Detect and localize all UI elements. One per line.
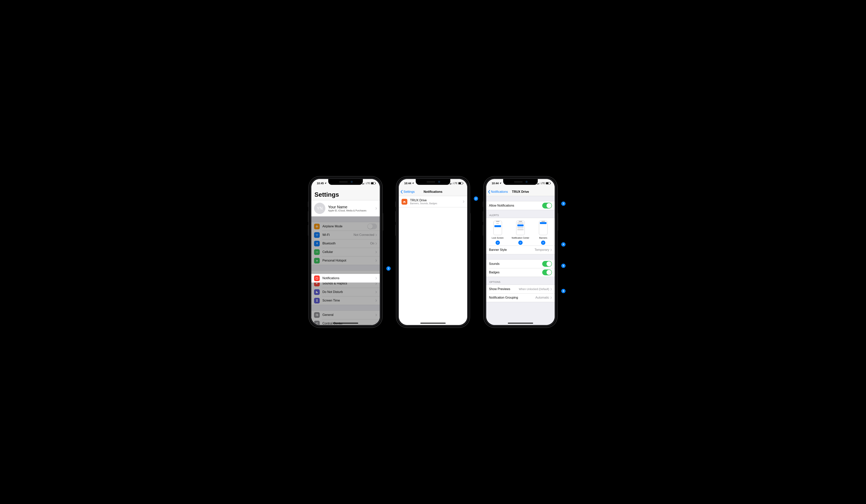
apple-id-cell[interactable]: YN Your Name Apple ID, iCloud, Media & P… [311, 200, 380, 217]
show-previews-cell[interactable]: Show Previews When Unlocked (Default) [486, 285, 555, 293]
sliders-icon [314, 321, 320, 325]
sounds-toggle[interactable] [542, 261, 552, 267]
gear-icon [314, 312, 320, 318]
annotation-5: 5 [561, 264, 566, 268]
svg-point-4 [317, 277, 318, 278]
notch [328, 179, 363, 185]
back-button[interactable]: Settings [400, 187, 415, 196]
control-center-cell[interactable]: Control Center [311, 319, 380, 325]
annotation-3: 3 [561, 202, 566, 206]
chevron-icon [376, 207, 377, 210]
chevron-icon [551, 288, 552, 290]
alert-style-row: 9:41 Lock Screen [486, 218, 555, 245]
power-button [382, 213, 383, 231]
badges-cell[interactable]: Badges [486, 268, 555, 277]
profile-name: Your Name [328, 205, 376, 209]
network-label: LTE [453, 182, 457, 185]
chevron-icon [376, 282, 377, 285]
screentime-cell[interactable]: Screen Time [311, 296, 380, 305]
chevron-icon [463, 201, 465, 203]
chevron-icon [376, 277, 377, 279]
chevron-icon [376, 314, 377, 316]
cellular-icon [314, 249, 320, 255]
network-label: LTE [366, 182, 370, 185]
alerts-header: Alerts [486, 210, 555, 218]
banners-option[interactable]: Banners [532, 221, 554, 245]
nav-title: Notifications [424, 190, 443, 194]
phone-notifications-list: 10:44 LTE Settings [396, 176, 470, 328]
airplane-icon [314, 224, 320, 229]
chevron-icon [376, 251, 377, 253]
chevron-icon [551, 249, 552, 251]
avatar: YN [314, 203, 325, 214]
banner-style-cell[interactable]: Banner Style Temporary [486, 245, 555, 254]
annotation-4: 4 [561, 242, 566, 247]
chevron-icon [376, 259, 377, 262]
tutorial-three-phones: 10:45 LTE Settings [309, 176, 557, 328]
navbar: Notifications TRUX Drive [486, 187, 555, 196]
airplane-toggle[interactable] [367, 224, 377, 229]
battery-icon [458, 182, 463, 184]
check-icon [496, 241, 500, 245]
lock-screen-option[interactable]: 9:41 Lock Screen [487, 221, 509, 245]
annotation-6: 6 [561, 289, 566, 293]
sounds-cell[interactable]: Sounds [486, 260, 555, 268]
status-time: 10:44 [404, 182, 411, 185]
location-icon [324, 182, 327, 184]
allow-toggle[interactable] [542, 203, 552, 208]
home-indicator[interactable] [508, 323, 533, 324]
battery-icon [371, 182, 376, 184]
notifications-icon [314, 275, 320, 281]
airplane-mode-cell[interactable]: Airplane Mode [311, 222, 380, 231]
location-icon [412, 182, 414, 184]
bluetooth-cell[interactable]: Bluetooth On [311, 239, 380, 248]
home-indicator[interactable] [420, 323, 446, 324]
allow-notifications-cell[interactable]: Allow Notifications [486, 201, 555, 210]
chevron-icon [376, 291, 377, 293]
chevron-icon [376, 242, 377, 245]
check-icon [541, 241, 545, 245]
options-header: Options [486, 277, 555, 285]
moon-icon [314, 289, 320, 295]
status-time: 10:45 [317, 182, 324, 185]
location-icon [499, 182, 502, 184]
notifications-cell[interactable]: Notifications [311, 274, 380, 283]
cellular-cell[interactable]: Cellular [311, 248, 380, 256]
back-button[interactable]: Notifications [488, 187, 508, 196]
check-icon [518, 241, 523, 245]
bluetooth-icon [314, 241, 320, 247]
page-title: Settings [311, 187, 380, 200]
general-cell[interactable]: General [311, 311, 380, 319]
notch [503, 179, 538, 185]
network-label: LTE [541, 182, 545, 185]
trux-drive-cell[interactable]: TRUX Drive Banners, Sounds, Badges [399, 196, 467, 207]
signal-icon [362, 182, 365, 184]
chevron-icon [551, 296, 552, 299]
annotation-1: 1 [386, 266, 391, 271]
hourglass-icon [314, 298, 320, 303]
chevron-icon [376, 299, 377, 302]
nav-title: TRUX Drive [512, 190, 529, 194]
hotspot-cell[interactable]: Personal Hotspot [311, 256, 380, 265]
signal-icon [537, 182, 540, 184]
notification-center-option[interactable]: Notification Center [509, 221, 532, 245]
notch [416, 179, 450, 185]
trux-app-icon [401, 199, 407, 205]
dnd-cell[interactable]: Do Not Disturb [311, 288, 380, 296]
navbar: Settings Notifications [399, 187, 467, 196]
badges-toggle[interactable] [542, 270, 552, 275]
network-group: Airplane Mode Wi-Fi Not Connected [311, 222, 380, 265]
battery-icon [546, 182, 551, 184]
profile-sub: Apple ID, iCloud, Media & Purchases [328, 209, 376, 212]
power-button [470, 213, 471, 231]
signal-icon [450, 182, 453, 184]
wifi-cell[interactable]: Wi-Fi Not Connected [311, 231, 380, 239]
app-name: TRUX Drive [410, 198, 463, 202]
grouping-cell[interactable]: Notification Grouping Automatic [486, 293, 555, 302]
status-time: 10:44 [492, 182, 499, 185]
annotation-2: 2 [474, 196, 478, 201]
phone-settings: 10:45 LTE Settings [309, 176, 382, 328]
home-indicator[interactable] [333, 323, 358, 324]
hotspot-icon [314, 258, 320, 263]
chevron-icon [376, 234, 377, 236]
